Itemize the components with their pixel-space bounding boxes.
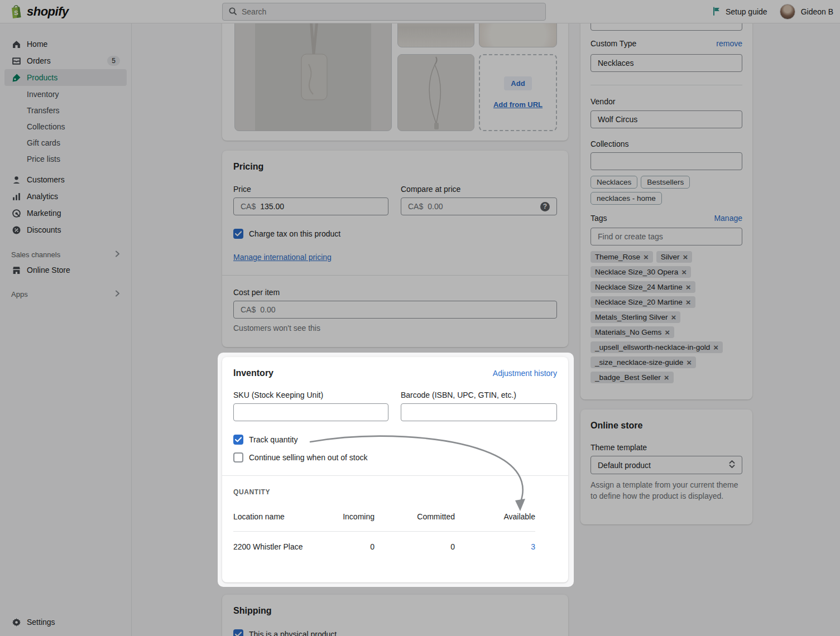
compare-at-price-label: Compare at price: [401, 185, 557, 194]
add-from-url-link[interactable]: Add from URL: [493, 100, 543, 109]
remove-tag-icon[interactable]: ×: [665, 328, 670, 336]
sidebar-item-label: Products: [27, 73, 57, 82]
sidebar: Home Orders 5 Products Inventory Transfe…: [0, 23, 132, 636]
tag-label: Necklace Size_30 Opera: [595, 268, 678, 276]
track-quantity-checkbox-row[interactable]: Track quantity: [233, 435, 557, 445]
column-header-committed: Committed: [375, 512, 455, 532]
vendor-field: [591, 110, 742, 128]
orders-icon: [11, 56, 21, 66]
sku-input[interactable]: [241, 408, 381, 417]
continue-selling-checkbox-row[interactable]: Continue selling when out of stock: [233, 452, 557, 462]
remove-tag-icon[interactable]: ×: [683, 253, 688, 261]
user-name: Gideon B: [801, 7, 833, 16]
setup-guide-button[interactable]: Setup guide: [712, 7, 767, 17]
product-image-thumb-3[interactable]: [397, 54, 474, 131]
vendor-label: Vendor: [591, 97, 615, 106]
sidebar-item-label: Price lists: [27, 155, 60, 163]
barcode-field: [401, 403, 557, 421]
vendor-input[interactable]: [598, 115, 735, 124]
remove-tag-icon[interactable]: ×: [644, 253, 649, 261]
charge-tax-label: Charge tax on this product: [249, 229, 340, 238]
sidebar-item-settings[interactable]: Settings: [4, 614, 127, 630]
analytics-icon: [11, 191, 21, 201]
collection-chip[interactable]: necklaces - home: [591, 192, 662, 205]
sidebar-item-inventory[interactable]: Inventory: [4, 86, 127, 102]
sidebar-item-discounts[interactable]: Discounts: [4, 221, 127, 238]
search-bar[interactable]: [222, 3, 546, 21]
tag-label: Materials_No Gems: [595, 328, 661, 336]
physical-product-checkbox-row[interactable]: This is a physical product: [233, 629, 557, 636]
sidebar-item-online-store[interactable]: Online Store: [4, 262, 127, 278]
table-row-location: 2200 Whistler Place: [233, 532, 323, 551]
manage-international-pricing-link[interactable]: Manage international pricing: [233, 253, 332, 262]
search-input[interactable]: [242, 7, 540, 16]
collection-chip[interactable]: Necklaces: [591, 176, 637, 189]
tag-label: Theme_Rose: [595, 253, 640, 261]
shopify-logo[interactable]: S shopify: [9, 0, 69, 23]
sidebar-item-collections[interactable]: Collections: [4, 118, 127, 134]
tag-chip: Metals_Sterling Silver×: [591, 311, 680, 323]
remove-tag-icon[interactable]: ×: [664, 373, 669, 382]
remove-tag-icon[interactable]: ×: [713, 343, 718, 351]
sidebar-item-orders[interactable]: Orders 5: [4, 52, 127, 69]
discounts-icon: [11, 225, 21, 235]
tags-input[interactable]: [598, 232, 735, 241]
topbar: S shopify Setup guide Gideon B: [0, 0, 840, 23]
physical-product-label: This is a physical product: [249, 630, 337, 636]
cost-per-item-label: Cost per item: [233, 288, 557, 297]
remove-tag-icon[interactable]: ×: [686, 283, 691, 291]
sidebar-item-label: Collections: [27, 122, 65, 131]
tag-chip: _badge_Best Seller×: [591, 372, 674, 383]
sidebar-item-marketing[interactable]: Marketing: [4, 205, 127, 221]
collections-label: Collections: [591, 139, 628, 148]
add-media-button[interactable]: Add: [504, 76, 531, 90]
flag-icon: [712, 7, 721, 17]
sidebar-item-products[interactable]: Products: [4, 69, 127, 86]
track-quantity-checkbox[interactable]: [233, 435, 243, 445]
checkmark-icon: [235, 231, 242, 237]
sidebar-item-customers[interactable]: Customers: [4, 171, 127, 188]
barcode-input[interactable]: [408, 408, 550, 417]
theme-template-select[interactable]: Default product: [591, 456, 742, 474]
available-quantity-link[interactable]: 3: [531, 542, 535, 551]
manage-tags-link[interactable]: Manage: [714, 214, 742, 223]
user-menu[interactable]: Gideon B: [780, 4, 833, 20]
theme-template-value: Default product: [598, 461, 651, 470]
price-input[interactable]: [260, 202, 381, 211]
remove-tag-icon[interactable]: ×: [681, 268, 687, 276]
svg-text:S: S: [14, 9, 18, 16]
sidebar-item-analytics[interactable]: Analytics: [4, 188, 127, 205]
compare-at-price-input[interactable]: [428, 202, 536, 211]
sidebar-item-gift-cards[interactable]: Gift cards: [4, 134, 127, 151]
cost-per-item-input[interactable]: [260, 305, 550, 314]
products-tag-icon: [11, 73, 21, 83]
sidebar-item-home[interactable]: Home: [4, 36, 127, 52]
sidebar-item-price-lists[interactable]: Price lists: [4, 151, 127, 167]
sales-channels-header[interactable]: Sales channels: [4, 247, 127, 262]
gear-icon: [11, 617, 21, 627]
quantity-heading: QUANTITY: [233, 488, 557, 496]
tag-chip: Materials_No Gems×: [591, 326, 674, 338]
track-quantity-label: Track quantity: [249, 435, 297, 444]
remove-tag-icon[interactable]: ×: [686, 298, 691, 306]
sidebar-item-transfers[interactable]: Transfers: [4, 102, 127, 118]
orders-count-badge: 5: [107, 56, 120, 66]
continue-selling-checkbox[interactable]: [233, 452, 243, 462]
storefront-icon: [11, 265, 21, 275]
tag-chip: _size_necklace-size-guide×: [591, 356, 696, 368]
necklace-chain-illustration: [398, 55, 474, 131]
apps-header[interactable]: Apps: [4, 287, 127, 301]
collection-chip[interactable]: Bestsellers: [641, 176, 690, 189]
inventory-card: Inventory Adjustment history SKU (Stock …: [222, 357, 568, 582]
remove-tag-icon[interactable]: ×: [671, 313, 676, 321]
charge-tax-checkbox-row[interactable]: Charge tax on this product: [233, 229, 557, 239]
remove-tag-icon[interactable]: ×: [687, 358, 692, 367]
collections-input[interactable]: [598, 157, 735, 166]
home-icon: [11, 39, 21, 49]
custom-type-input[interactable]: [598, 59, 735, 68]
charge-tax-checkbox[interactable]: [233, 229, 243, 239]
remove-custom-type-link[interactable]: remove: [716, 39, 742, 48]
adjustment-history-link[interactable]: Adjustment history: [493, 369, 557, 378]
compare-price-help-icon[interactable]: ?: [540, 202, 550, 211]
physical-product-checkbox[interactable]: [233, 629, 243, 636]
